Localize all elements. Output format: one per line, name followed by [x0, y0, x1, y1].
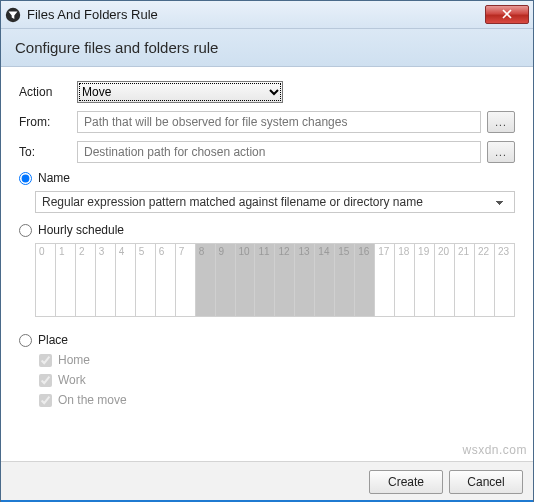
cancel-button[interactable]: Cancel — [449, 470, 523, 494]
pattern-select[interactable] — [35, 191, 515, 213]
hour-cell-22[interactable]: 22 — [474, 243, 494, 317]
place-label: Work — [58, 373, 86, 387]
hour-number: 16 — [358, 246, 369, 257]
hour-cell-0[interactable]: 0 — [35, 243, 55, 317]
place-checkbox[interactable] — [39, 374, 52, 387]
hour-number: 10 — [239, 246, 250, 257]
hour-number: 23 — [498, 246, 509, 257]
dialog-subtitle: Configure files and folders rule — [1, 29, 533, 67]
close-icon — [502, 7, 512, 22]
title-bar: Files And Folders Rule — [1, 1, 533, 29]
hour-number: 9 — [219, 246, 225, 257]
filter-icon — [5, 7, 21, 23]
place-item: Home — [39, 353, 515, 367]
place-label: On the move — [58, 393, 127, 407]
hour-cell-5[interactable]: 5 — [135, 243, 155, 317]
hour-cell-17[interactable]: 17 — [374, 243, 394, 317]
hours-grid[interactable]: 01234567891011121314151617181920212223 — [35, 243, 515, 317]
hour-cell-3[interactable]: 3 — [95, 243, 115, 317]
from-browse-button[interactable]: ... — [487, 111, 515, 133]
place-item: Work — [39, 373, 515, 387]
hour-number: 5 — [139, 246, 145, 257]
dialog-content: Action Move From: ... To: ... Name Hourl… — [9, 73, 525, 455]
dialog-footer: Create Cancel — [1, 461, 533, 501]
place-checkbox[interactable] — [39, 354, 52, 367]
hour-cell-20[interactable]: 20 — [434, 243, 454, 317]
hour-number: 7 — [179, 246, 185, 257]
hour-cell-12[interactable]: 12 — [274, 243, 294, 317]
hour-number: 0 — [39, 246, 45, 257]
hour-number: 14 — [318, 246, 329, 257]
place-radio[interactable] — [19, 334, 32, 347]
hour-cell-7[interactable]: 7 — [175, 243, 195, 317]
hour-cell-8[interactable]: 8 — [195, 243, 215, 317]
name-radio-label: Name — [38, 171, 70, 185]
action-select[interactable]: Move — [77, 81, 283, 103]
place-item: On the move — [39, 393, 515, 407]
from-input[interactable] — [77, 111, 481, 133]
hour-cell-14[interactable]: 14 — [314, 243, 334, 317]
hour-number: 1 — [59, 246, 65, 257]
window-title: Files And Folders Rule — [27, 7, 485, 22]
from-label: From: — [19, 115, 77, 129]
close-button[interactable] — [485, 5, 529, 24]
create-button[interactable]: Create — [369, 470, 443, 494]
hour-cell-2[interactable]: 2 — [75, 243, 95, 317]
hour-cell-9[interactable]: 9 — [215, 243, 235, 317]
hour-cell-16[interactable]: 16 — [354, 243, 374, 317]
hour-number: 6 — [159, 246, 165, 257]
hour-number: 18 — [398, 246, 409, 257]
hour-cell-13[interactable]: 13 — [294, 243, 314, 317]
hour-cell-10[interactable]: 10 — [235, 243, 255, 317]
hour-cell-11[interactable]: 11 — [254, 243, 274, 317]
place-radio-label: Place — [38, 333, 68, 347]
name-radio[interactable] — [19, 172, 32, 185]
hour-number: 21 — [458, 246, 469, 257]
place-list: HomeWorkOn the move — [39, 353, 515, 407]
to-input[interactable] — [77, 141, 481, 163]
hourly-radio[interactable] — [19, 224, 32, 237]
hour-number: 2 — [79, 246, 85, 257]
hour-cell-1[interactable]: 1 — [55, 243, 75, 317]
hour-cell-18[interactable]: 18 — [394, 243, 414, 317]
hourly-radio-label: Hourly schedule — [38, 223, 124, 237]
hour-cell-21[interactable]: 21 — [454, 243, 474, 317]
to-label: To: — [19, 145, 77, 159]
hour-number: 22 — [478, 246, 489, 257]
hour-number: 12 — [278, 246, 289, 257]
hour-cell-23[interactable]: 23 — [494, 243, 515, 317]
hour-number: 11 — [258, 246, 269, 257]
hour-number: 8 — [199, 246, 205, 257]
dialog-window: Files And Folders Rule Configure files a… — [0, 0, 534, 502]
hour-cell-4[interactable]: 4 — [115, 243, 135, 317]
action-label: Action — [19, 85, 77, 99]
hour-number: 3 — [99, 246, 105, 257]
place-checkbox[interactable] — [39, 394, 52, 407]
hour-number: 4 — [119, 246, 125, 257]
hour-cell-19[interactable]: 19 — [414, 243, 434, 317]
hour-number: 19 — [418, 246, 429, 257]
to-browse-button[interactable]: ... — [487, 141, 515, 163]
place-label: Home — [58, 353, 90, 367]
hour-number: 13 — [298, 246, 309, 257]
hour-number: 17 — [378, 246, 389, 257]
hour-number: 20 — [438, 246, 449, 257]
hour-cell-6[interactable]: 6 — [155, 243, 175, 317]
hour-number: 15 — [338, 246, 349, 257]
hour-cell-15[interactable]: 15 — [334, 243, 354, 317]
